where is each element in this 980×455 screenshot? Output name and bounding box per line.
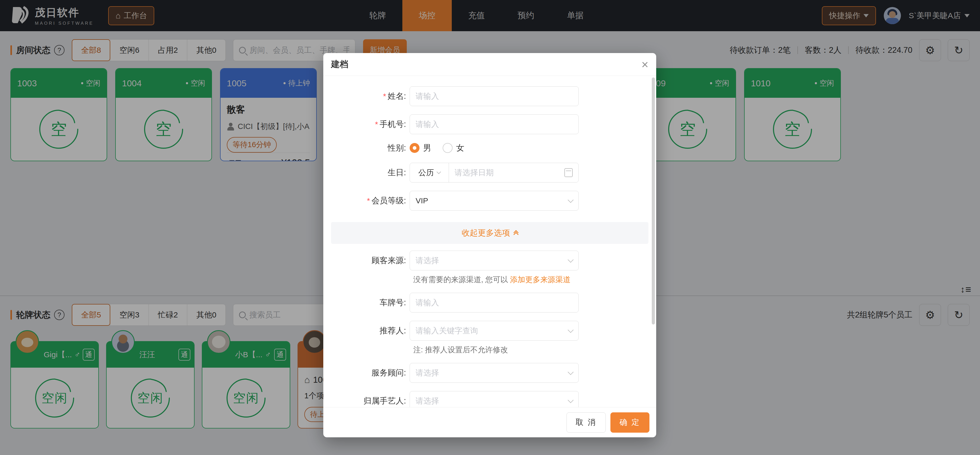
field-birthday: 生日: 公历 请选择日期 xyxy=(323,163,656,183)
confirm-button[interactable]: 确 定 xyxy=(611,412,649,433)
level-label: 会员等级: xyxy=(371,196,406,205)
member-level-value: VIP xyxy=(415,196,428,205)
collapse-label: 收起更多选项 xyxy=(461,228,510,239)
artist-select[interactable]: 请选择 xyxy=(410,391,579,407)
field-phone: *手机号: xyxy=(323,115,656,134)
artist-label: 归属手艺人: xyxy=(363,396,406,405)
field-name: *姓名: xyxy=(323,86,656,106)
field-gender: 性别: 男 女 xyxy=(323,143,656,153)
chevron-down-icon xyxy=(568,197,574,203)
chevron-down-icon xyxy=(436,170,441,174)
radio-unchecked-icon xyxy=(443,143,453,153)
gender-female-option[interactable]: 女 xyxy=(443,143,464,153)
field-member-level: *会员等级: VIP xyxy=(323,191,656,211)
required-mark: * xyxy=(367,196,370,205)
date-placeholder: 请选择日期 xyxy=(455,167,494,178)
chevron-down-icon xyxy=(568,369,574,375)
field-referrer: 推荐人: 请输入关键字查询 xyxy=(323,321,656,340)
field-artist: 归属手艺人: 请选择 xyxy=(323,391,656,407)
modal-footer: 取 消 确 定 xyxy=(323,407,656,438)
plate-input[interactable] xyxy=(415,298,573,307)
artist-placeholder: 请选择 xyxy=(415,396,439,406)
referrer-placeholder: 请输入关键字查询 xyxy=(415,326,478,336)
date-picker[interactable]: 请选择日期 xyxy=(449,167,578,178)
member-level-select[interactable]: VIP xyxy=(410,191,579,211)
chevron-down-icon xyxy=(568,327,574,333)
collapse-more-options[interactable]: 收起更多选项 xyxy=(331,222,648,244)
required-mark: * xyxy=(375,120,378,129)
name-input[interactable] xyxy=(415,92,573,100)
advisor-select[interactable]: 请选择 xyxy=(410,363,579,383)
close-icon[interactable]: × xyxy=(641,59,648,70)
field-advisor: 服务顾问: 请选择 xyxy=(323,363,656,383)
field-source: 顾客来源: 请选择 xyxy=(323,251,656,270)
referrer-note: 注: 推荐人设置后不允许修改 xyxy=(413,345,656,355)
chevron-up-icon xyxy=(514,231,518,236)
modal-body: *姓名: *手机号: 性别: 男 女 xyxy=(323,76,656,407)
phone-input[interactable] xyxy=(415,120,573,129)
gender-female-label: 女 xyxy=(456,143,464,153)
chevron-down-icon xyxy=(568,257,574,263)
calendar-type-value: 公历 xyxy=(418,167,434,178)
source-select[interactable]: 请选择 xyxy=(410,251,579,270)
plate-label: 车牌号: xyxy=(379,298,406,307)
calendar-type-select[interactable]: 公历 xyxy=(410,163,449,182)
birthday-label: 生日: xyxy=(388,168,406,177)
add-source-link[interactable]: 添加更多来源渠道 xyxy=(510,275,570,284)
scrollbar-thumb[interactable] xyxy=(652,78,655,325)
cancel-button[interactable]: 取 消 xyxy=(566,412,606,433)
referrer-label: 推荐人: xyxy=(379,326,406,335)
modal-header: 建档 × xyxy=(323,53,656,76)
referrer-select[interactable]: 请输入关键字查询 xyxy=(410,321,579,340)
source-hint: 没有需要的来源渠道, 您可以 添加更多来源渠道 xyxy=(413,275,656,285)
field-plate: 车牌号: xyxy=(323,293,656,312)
gender-male-label: 男 xyxy=(423,143,431,153)
create-profile-modal: 建档 × *姓名: *手机号: 性别: 男 xyxy=(323,53,656,438)
chevron-down-icon xyxy=(568,397,574,403)
advisor-label: 服务顾问: xyxy=(371,368,406,377)
gender-label: 性别: xyxy=(388,143,406,152)
calendar-icon xyxy=(565,168,573,177)
gender-male-option[interactable]: 男 xyxy=(410,143,431,153)
source-label: 顾客来源: xyxy=(371,256,406,265)
radio-checked-icon xyxy=(410,143,420,153)
modal-title: 建档 xyxy=(331,59,348,70)
required-mark: * xyxy=(383,92,386,100)
name-label: 姓名: xyxy=(388,92,406,100)
phone-label: 手机号: xyxy=(379,119,406,129)
advisor-placeholder: 请选择 xyxy=(415,368,439,378)
source-placeholder: 请选择 xyxy=(415,255,439,266)
